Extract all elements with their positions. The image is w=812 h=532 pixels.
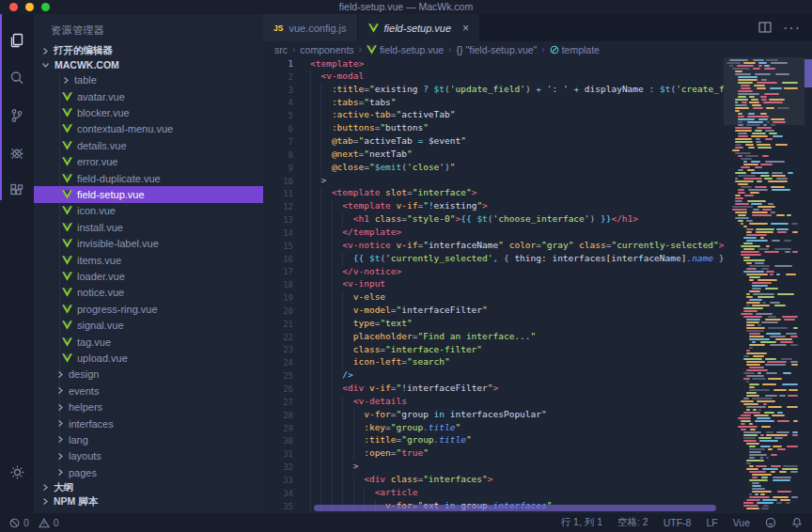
minimap-token (749, 265, 770, 267)
outline-section[interactable]: 大纲 (34, 480, 263, 494)
line-number: 7 (263, 137, 310, 147)
debug-icon[interactable] (0, 134, 34, 172)
tree-item-contextual-menu.vue[interactable]: contextual-menu.vue (34, 121, 263, 137)
eol-setting[interactable]: LF (706, 517, 717, 528)
minimap-token (756, 138, 760, 140)
tree-item-helpers[interactable]: helpers (34, 399, 263, 415)
split-editor-icon[interactable] (758, 20, 772, 37)
indent-guide (310, 227, 342, 240)
minimap-line (726, 426, 802, 428)
minimap-token (738, 113, 742, 115)
open-editors-section[interactable]: 打开的编辑器 (34, 44, 263, 58)
indentation-setting[interactable]: 空格: 2 (617, 516, 648, 529)
code-editor[interactable]: 1<template>2<v-modal3:title="existing ? … (263, 57, 724, 513)
breadcrumb-label: field-setup.vue (380, 44, 444, 55)
code-token: :tabs (332, 97, 359, 107)
minimap-line (726, 341, 802, 343)
indent-guide (310, 200, 342, 213)
minimap-token (735, 152, 751, 154)
tree-item-loader.vue[interactable]: loader.vue (34, 268, 263, 284)
code-line-14: 14</template> (263, 227, 724, 240)
npm-scripts-section[interactable]: NPM 脚本 (34, 494, 263, 509)
minimap-line (726, 257, 802, 258)
tree-item-progress-ring.vue[interactable]: progress-ring.vue (34, 301, 263, 317)
source-control-icon[interactable] (0, 97, 34, 134)
tree-item-upload.vue[interactable]: upload.vue (34, 350, 263, 366)
minimap-line (726, 118, 802, 120)
minimap-line (726, 124, 802, 126)
tab-field-setup.vue[interactable]: field-setup.vue× (358, 14, 481, 41)
code-token: ) (525, 84, 536, 94)
code-token: <v-details (353, 396, 407, 406)
extensions-icon[interactable] (0, 172, 34, 210)
search-icon[interactable] (0, 59, 34, 97)
minimap-token (757, 372, 762, 374)
vertical-scrollbar[interactable] (804, 57, 812, 513)
breadcrumb-item-field-setup.vue[interactable]: {}"field-setup.vue" (457, 44, 538, 55)
tree-item-details.vue[interactable]: details.vue (34, 137, 263, 153)
code-token: " (423, 447, 429, 458)
symbol-field-icon (550, 45, 559, 55)
minimap-token (757, 87, 766, 89)
more-actions-icon[interactable]: ··· (783, 20, 801, 37)
tree-item-table[interactable]: table (34, 72, 263, 88)
minimap-token (749, 457, 755, 459)
close-tab-icon[interactable]: × (462, 23, 469, 34)
minimap-token (750, 192, 758, 194)
tree-item-tag.vue[interactable]: tag.vue (34, 334, 263, 350)
minimap-token (752, 491, 772, 493)
minimap-token (743, 378, 750, 380)
tree-item-avatar.vue[interactable]: avatar.vue (34, 88, 263, 104)
tree-item-field-setup.vue[interactable]: field-setup.vue (34, 186, 263, 202)
breadcrumb-item-field-setup.vue[interactable]: field-setup.vue (367, 44, 444, 55)
code-token: <div (342, 383, 369, 393)
minimap-token (746, 321, 759, 323)
tree-item-design[interactable]: design (34, 367, 263, 383)
problems-warnings[interactable]: 0 (39, 517, 59, 528)
minimap-token (752, 477, 757, 478)
tree-item-lang[interactable]: lang (34, 431, 263, 447)
minimap-line (726, 282, 802, 284)
tree-item-icon.vue[interactable]: icon.vue (34, 203, 263, 219)
code-token: color (509, 240, 537, 250)
tree-item-invisible-label.vue[interactable]: invisible-label.vue (34, 236, 263, 252)
breadcrumb-item-src[interactable]: src (274, 44, 288, 55)
notifications-bell-icon[interactable] (791, 517, 803, 528)
problems-errors[interactable]: 0 (9, 517, 29, 528)
minimap-line (726, 158, 802, 160)
minimap-token (738, 183, 748, 185)
tree-item-items.vue[interactable]: items.vue (34, 252, 263, 268)
line-number: 6 (263, 124, 310, 133)
vertical-scrollbar-thumb[interactable] (804, 59, 812, 87)
breadcrumb-item-template[interactable]: template (550, 44, 600, 55)
cursor-position[interactable]: 行 1, 列 1 (561, 516, 602, 529)
tree-item-interfaces[interactable]: interfaces (34, 415, 263, 431)
breadcrumb-item-components[interactable]: components (300, 44, 353, 55)
minimap-token (754, 85, 765, 86)
tree-item-field-duplicate.vue[interactable]: field-duplicate.vue (34, 170, 263, 186)
code-token: > (488, 474, 493, 484)
minimap[interactable] (724, 57, 804, 513)
tree-item-blocker.vue[interactable]: blocker.vue (34, 104, 263, 120)
tree-item-events[interactable]: events (34, 383, 263, 399)
explorer-icon[interactable] (0, 22, 34, 59)
tree-item-install.vue[interactable]: install.vue (34, 219, 263, 235)
feedback-smiley-icon[interactable] (765, 517, 776, 528)
language-mode[interactable]: Vue (733, 517, 750, 528)
settings-gear-icon[interactable] (0, 453, 34, 491)
minimap-line (726, 248, 802, 250)
workspace-root-item[interactable]: MACWK.COM (34, 58, 263, 72)
tree-item-layouts[interactable]: layouts (34, 448, 263, 464)
encoding-setting[interactable]: UTF-8 (664, 517, 692, 528)
tab-vue.config.js[interactable]: JSvue.config.js (263, 14, 358, 41)
minimap-token (772, 189, 789, 191)
line-number: 13 (263, 215, 310, 225)
minimap-line (726, 268, 802, 270)
minimap-token (735, 195, 741, 196)
minimap-line (726, 90, 802, 92)
tree-item-signal.vue[interactable]: signal.vue (34, 317, 263, 333)
tree-item-notice.vue[interactable]: notice.vue (34, 285, 263, 301)
horizontal-scrollbar[interactable] (314, 505, 716, 511)
tree-item-error.vue[interactable]: error.vue (34, 154, 263, 170)
tree-item-pages[interactable]: pages (34, 464, 263, 480)
